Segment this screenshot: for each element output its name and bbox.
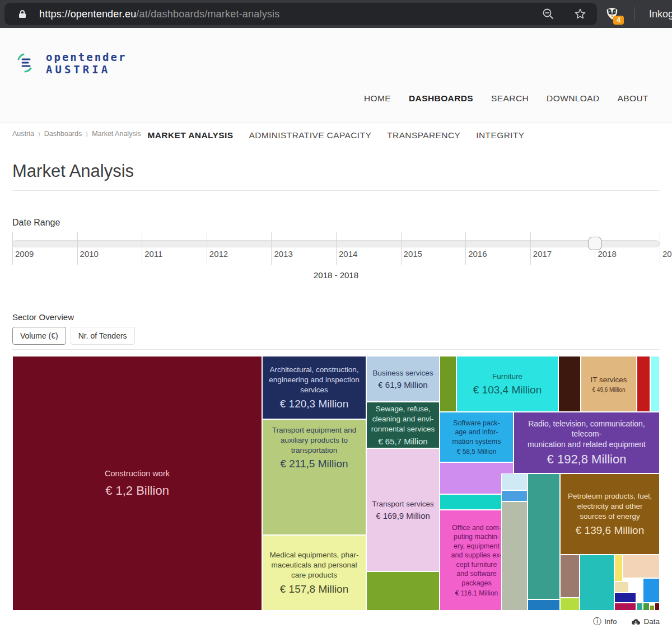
treemap-cell-label: Radio, television, communication, teleco… <box>514 419 659 449</box>
chart-footer: ⓘ Info Data <box>12 616 660 627</box>
treemap-cell-unlabeled-green-sm[interactable] <box>643 603 650 611</box>
date-range-selected: 2018 - 2018 <box>12 270 660 280</box>
treemap-cell-unlabeled-olive-top[interactable] <box>440 356 456 412</box>
treemap-cell-transport-equipment[interactable]: Transport equipment and auxiliary produc… <box>262 419 366 535</box>
nav-home[interactable]: HOME <box>364 93 391 104</box>
slider-tick <box>660 232 660 265</box>
treemap-cell-petroleum-products[interactable]: Petroleum products, fuel, electricity an… <box>560 473 660 555</box>
browser-chrome: https://opentender.eu/at/dashboards/mark… <box>0 0 672 28</box>
treemap-cell-unlabeled-graygreen[interactable] <box>501 501 528 611</box>
subnav-administrative-capacity[interactable]: ADMINISTRATIVE CAPACITY <box>249 130 371 140</box>
treemap-cell-sewage-refuse[interactable]: Sewage, refuse, cleaning and envi- ronme… <box>366 402 440 448</box>
treemap-cell-label: Architectural, construction, engineering… <box>269 365 359 395</box>
nav-dashboards[interactable]: DASHBOARDS <box>409 93 473 104</box>
date-slider-handle[interactable] <box>589 237 601 250</box>
subnav-market-analysis[interactable]: MARKET ANALYSIS <box>147 130 233 140</box>
treemap-cell-value: € 120,3 Million <box>280 398 349 410</box>
slider-tick <box>336 232 337 265</box>
treemap-cell-unlabeled-navy[interactable] <box>614 593 636 603</box>
treemap-cell-unlabeled-paleblue[interactable] <box>501 473 528 490</box>
bookmark-star-icon[interactable] <box>573 7 587 21</box>
treemap-cell-unlabeled-olive-sm[interactable] <box>650 605 655 611</box>
treemap-cell-unlabeled-darkred-sm[interactable] <box>655 603 660 611</box>
treemap-cell-business-services[interactable]: Business services€ 61,9 Million <box>366 356 440 402</box>
slider-tick <box>77 232 78 265</box>
slider-year-label: 2015 <box>404 249 422 259</box>
url-path: /at/dashboards/market-analysis <box>136 8 279 20</box>
site-header: opentender AUSTRIA HOME DASHBOARDS SEARC… <box>0 28 672 122</box>
info-label: Info <box>604 617 617 626</box>
treemap-cell-value: € 1,2 Billion <box>105 484 169 498</box>
slider-year-label: 2017 <box>533 249 552 259</box>
nav-about[interactable]: ABOUT <box>618 93 648 104</box>
slider-year-label: 2009 <box>15 249 34 259</box>
treemap-cell-label: Petroleum products, fuel, electricity an… <box>568 491 652 521</box>
zoom-out-icon[interactable] <box>542 8 554 20</box>
treemap-cell-architectural-services[interactable]: Architectural, construction, engineering… <box>262 356 366 419</box>
sector-overview-chart: Construction work€ 1,2 BillionArchitectu… <box>12 349 660 627</box>
treemap-cell-unlabeled-mauve[interactable] <box>560 555 580 598</box>
nav-search[interactable]: SEARCH <box>491 93 529 104</box>
treemap-cell-unlabeled-olive-bottom[interactable] <box>366 571 440 611</box>
treemap-cell-label: Software pack- age and infor- mation sys… <box>452 419 501 447</box>
info-button[interactable]: ⓘ Info <box>593 616 617 627</box>
treemap-cell-unlabeled-aqua[interactable] <box>650 356 660 412</box>
data-label: Data <box>643 617 660 626</box>
treemap-cell-construction-work[interactable]: Construction work€ 1,2 Billion <box>12 356 262 611</box>
treemap-cell-unlabeled-blue-med[interactable] <box>643 578 660 603</box>
treemap-cell-it-services[interactable]: IT services€ 49,6 Million <box>581 356 637 412</box>
treemap-cell-furniture[interactable]: Furniture€ 103,4 Million <box>456 356 558 412</box>
treemap-cell-unlabeled-blue-bottom[interactable] <box>528 599 560 611</box>
treemap-cell-software-package[interactable]: Software pack- age and infor- mation sys… <box>440 412 514 462</box>
slider-tick <box>271 232 272 265</box>
treemap-cell-label: Medical equipments, phar- maceuticals an… <box>269 550 358 580</box>
slider-tick <box>465 232 466 265</box>
treemap-cell-label: Furniture <box>492 372 522 382</box>
treemap-cell-label: IT services <box>590 375 627 385</box>
url-domain: https://opentender.eu <box>39 8 136 20</box>
privacy-badger-extension-icon[interactable]: 4 <box>605 7 619 21</box>
slider-year-label: 2014 <box>339 249 357 259</box>
opentender-logo[interactable]: opentender AUSTRIA <box>16 50 127 76</box>
sector-overview-label: Sector Overview <box>12 312 660 322</box>
nav-download[interactable]: DOWNLOAD <box>547 93 599 104</box>
treemap-cell-unlabeled-bigteal[interactable] <box>580 555 614 611</box>
logo-text-opentender: opentender <box>46 51 127 63</box>
slider-year-label: 2012 <box>209 249 228 259</box>
treemap-cell-value: € 65,7 Million <box>378 437 427 446</box>
date-range-label: Date Range <box>12 218 660 228</box>
page-title: Market Analysis <box>12 161 660 181</box>
treemap-cell-unlabeled-yellow[interactable] <box>614 555 623 581</box>
treemap-cell-medical-equipments[interactable]: Medical equipments, phar- maceuticals an… <box>262 535 366 611</box>
url-text[interactable]: https://opentender.eu/at/dashboards/mark… <box>39 8 279 20</box>
slider-year-label: 2011 <box>144 249 162 259</box>
treemap-cell-unlabeled-teal-sm[interactable] <box>636 603 643 611</box>
subnav-integrity[interactable]: INTEGRITY <box>476 130 524 140</box>
treemap-cell-value: € 211,5 Million <box>280 458 348 470</box>
treemap-cell-value: € 192,8 Million <box>547 452 627 467</box>
toggle-tenders-button[interactable]: Nr. of Tenders <box>71 327 135 345</box>
info-icon: ⓘ <box>593 616 601 627</box>
treemap-cell-unlabeled-peach[interactable] <box>623 555 660 578</box>
slider-year-label: 2018 <box>598 249 616 259</box>
toggle-volume-button[interactable]: Volume (€) <box>12 327 66 345</box>
cloud-download-icon <box>631 618 641 626</box>
treemap-cell-unlabeled-teal-col[interactable] <box>528 473 560 599</box>
treemap-cell-value: € 157,8 Million <box>280 583 349 595</box>
treemap-cell-unlabeled-red[interactable] <box>637 356 650 412</box>
treemap-cell-label: Office and com- puting machin- ery, equi… <box>451 523 502 588</box>
date-slider[interactable]: 2009201020112012201320142015201620172018… <box>12 232 660 265</box>
treemap-cell-unlabeled-magenta[interactable] <box>614 603 636 611</box>
data-download-button[interactable]: Data <box>631 617 660 626</box>
treemap-cell-unlabeled-blue-sliver[interactable] <box>501 490 528 501</box>
treemap-cell-label: Construction work <box>105 468 170 479</box>
treemap-cell-unlabeled-lime[interactable] <box>560 598 580 611</box>
treemap-cell-radio-television[interactable]: Radio, television, communication, teleco… <box>514 412 660 473</box>
address-bar[interactable]: https://opentender.eu/at/dashboards/mark… <box>4 3 597 25</box>
title-divider <box>12 190 660 191</box>
slider-year-label: 2016 <box>468 249 487 259</box>
treemap-cell-transport-services[interactable]: Transport services€ 169,9 Million <box>366 448 440 571</box>
subnav-transparency[interactable]: TRANSPARENCY <box>387 130 460 140</box>
treemap-cell-unlabeled-cream[interactable] <box>614 581 629 593</box>
treemap-cell-unlabeled-darkbrown[interactable] <box>558 356 581 412</box>
